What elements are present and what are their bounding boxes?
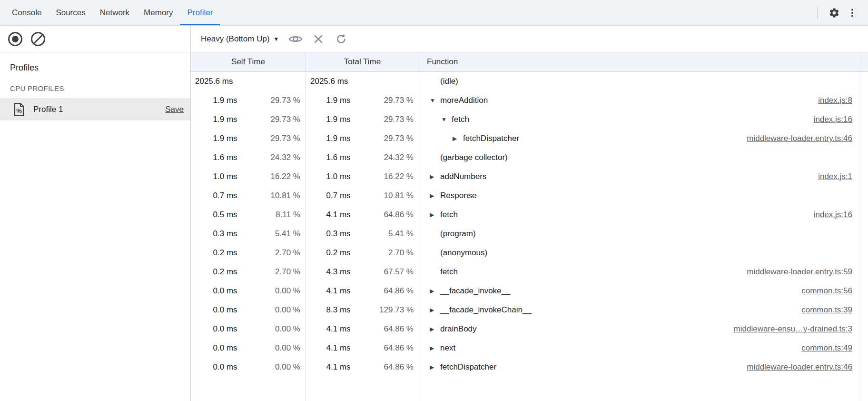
file-link[interactable]: index.js:8 (818, 96, 852, 105)
total-time-cell[interactable]: 2025.6 ms (306, 72, 419, 91)
function-cell[interactable]: (program) (419, 224, 860, 243)
view-mode-dropdown[interactable]: Heavy (Bottom Up) ▼ (198, 32, 282, 46)
total-time-cell[interactable]: 4.3 ms67.57 % (306, 262, 419, 281)
tab-profiler[interactable]: Profiler (180, 0, 220, 25)
scrollbar-gutter (860, 72, 868, 401)
total-time-cell[interactable]: 1.9 ms29.73 % (306, 110, 419, 129)
total-time-cell[interactable]: 4.1 ms64.86 % (306, 320, 419, 339)
time-ms-value: 1.6 ms (191, 153, 237, 162)
function-name: (program) (440, 229, 476, 239)
file-link[interactable]: middleware-loader.entry.ts:59 (747, 267, 852, 277)
total-time-cell[interactable]: 0.3 ms5.41 % (306, 224, 419, 243)
self-time-cell[interactable]: 1.6 ms24.32 % (191, 148, 306, 167)
column-header-total-time[interactable]: Total Time (306, 52, 419, 71)
total-time-cell[interactable]: 1.9 ms29.73 % (306, 129, 419, 148)
exclude-close-icon[interactable] (309, 30, 327, 48)
focus-eye-icon[interactable] (286, 30, 305, 48)
column-header-self-time[interactable]: Self Time (191, 52, 306, 71)
file-link[interactable]: middleware-loader.entry.ts:46 (747, 134, 852, 143)
self-time-cell[interactable]: 0.0 ms0.00 % (191, 301, 306, 320)
self-time-cell[interactable]: 0.7 ms10.81 % (191, 186, 306, 205)
total-time-cell[interactable]: 0.2 ms2.70 % (306, 243, 419, 262)
function-cell[interactable]: ▶fetchDispatchermiddleware-loader.entry.… (419, 358, 860, 377)
self-time-cell[interactable]: 2025.6 ms (191, 72, 306, 91)
file-link[interactable]: common.ts:39 (801, 305, 852, 315)
time-percent-value: 29.73 % (351, 134, 419, 143)
function-cell[interactable]: fetchmiddleware-loader.entry.ts:59 (419, 262, 860, 281)
total-time-cell[interactable]: 4.1 ms64.86 % (306, 339, 419, 358)
save-profile-link[interactable]: Save (165, 105, 184, 114)
function-cell[interactable]: (anonymous) (419, 243, 860, 262)
function-cell[interactable]: ▶__facade_invokeChain__common.ts:39 (419, 301, 860, 320)
function-cell[interactable]: ▶__facade_invoke__common.ts:56 (419, 281, 860, 301)
file-link[interactable]: common.ts:56 (801, 286, 852, 296)
devtools-tabbar: ConsoleSourcesNetworkMemoryProfiler (0, 0, 868, 26)
function-cell[interactable]: ▶fetchindex.js:16 (419, 205, 860, 224)
file-link[interactable]: index.js:1 (818, 172, 852, 181)
function-cell[interactable]: ▼moreAdditionindex.js:8 (419, 91, 860, 110)
tabbar-divider (817, 7, 818, 19)
tab-console[interactable]: Console (5, 0, 49, 25)
self-time-cell[interactable]: 0.0 ms0.00 % (191, 281, 306, 301)
total-time-cell[interactable]: 1.6 ms24.32 % (306, 148, 419, 167)
total-time-cell[interactable]: 0.7 ms10.81 % (306, 186, 419, 205)
expand-arrow-icon[interactable]: ▶ (430, 345, 440, 351)
self-time-cell[interactable]: 1.0 ms16.22 % (191, 167, 306, 186)
tab-network[interactable]: Network (93, 0, 137, 25)
file-link[interactable]: index.js:16 (814, 210, 852, 220)
self-time-column: 2025.6 ms1.9 ms29.73 %1.9 ms29.73 %1.9 m… (191, 72, 306, 401)
function-cell[interactable]: ▶addNumbersindex.js:1 (419, 167, 860, 186)
total-time-cell[interactable]: 1.9 ms29.73 % (306, 91, 419, 110)
total-time-cell[interactable]: 4.1 ms64.86 % (306, 358, 419, 377)
time-percent-value: 24.32 % (351, 153, 419, 162)
self-time-cell[interactable]: 1.9 ms29.73 % (191, 110, 306, 129)
expand-arrow-icon[interactable]: ▶ (430, 307, 440, 313)
self-time-cell[interactable]: 1.9 ms29.73 % (191, 129, 306, 148)
file-link[interactable]: middleware-loader.entry.ts:46 (747, 362, 852, 372)
column-header-function[interactable]: Function (419, 52, 860, 71)
clear-icon[interactable] (31, 32, 45, 46)
self-time-cell[interactable]: 0.3 ms5.41 % (191, 224, 306, 243)
function-cell[interactable]: ▼fetchindex.js:16 (419, 110, 860, 129)
function-cell[interactable]: (garbage collector) (419, 148, 860, 167)
total-time-cell[interactable]: 4.1 ms64.86 % (306, 205, 419, 224)
file-link[interactable]: common.ts:49 (801, 343, 852, 353)
self-time-cell[interactable]: 1.9 ms29.73 % (191, 91, 306, 110)
devtools-profiler-panel: ConsoleSourcesNetworkMemoryProfiler Heav… (0, 0, 868, 401)
tab-sources[interactable]: Sources (49, 0, 92, 25)
tab-memory[interactable]: Memory (137, 0, 180, 25)
self-time-cell[interactable]: 0.0 ms0.00 % (191, 358, 306, 377)
expand-arrow-icon[interactable]: ▶ (430, 192, 440, 199)
settings-gear-icon[interactable] (825, 4, 843, 22)
expand-arrow-icon[interactable]: ▶ (430, 211, 440, 218)
function-cell[interactable]: ▶drainBodymiddleware-ensu…y-drained.ts:3 (419, 320, 860, 339)
file-link[interactable]: middleware-ensu…y-drained.ts:3 (734, 324, 852, 334)
expand-arrow-icon[interactable]: ▶ (430, 364, 440, 371)
self-time-cell[interactable]: 0.0 ms0.00 % (191, 320, 306, 339)
collapse-arrow-icon[interactable]: ▼ (441, 116, 452, 123)
collapse-arrow-icon[interactable]: ▼ (430, 97, 440, 104)
expand-arrow-icon[interactable]: ▶ (453, 135, 463, 142)
time-percent-value: 0.00 % (237, 305, 306, 315)
file-link[interactable]: index.js:16 (814, 115, 852, 124)
record-icon[interactable] (8, 32, 22, 46)
self-time-cell[interactable]: 0.0 ms0.00 % (191, 339, 306, 358)
self-time-cell[interactable]: 0.5 ms8.11 % (191, 205, 306, 224)
self-time-cell[interactable]: 0.2 ms2.70 % (191, 243, 306, 262)
restore-refresh-icon[interactable] (332, 30, 350, 48)
function-cell[interactable]: ▶nextcommon.ts:49 (419, 339, 860, 358)
sidebar-item-profile-1[interactable]: % Profile 1 Save (0, 98, 190, 120)
expand-arrow-icon[interactable]: ▶ (430, 326, 440, 332)
more-menu-icon[interactable] (843, 4, 861, 22)
total-time-cell[interactable]: 1.0 ms16.22 % (306, 167, 419, 186)
self-time-cell[interactable]: 0.2 ms2.70 % (191, 262, 306, 281)
total-time-cell[interactable]: 8.3 ms129.73 % (306, 301, 419, 320)
function-cell[interactable]: (idle) (419, 72, 860, 91)
time-ms-value: 1.6 ms (306, 153, 351, 162)
total-time-cell[interactable]: 4.1 ms64.86 % (306, 281, 419, 301)
time-percent-value: 0.00 % (237, 286, 306, 296)
function-cell[interactable]: ▶Response (419, 186, 860, 205)
expand-arrow-icon[interactable]: ▶ (430, 173, 440, 180)
function-cell[interactable]: ▶fetchDispatchermiddleware-loader.entry.… (419, 129, 860, 148)
expand-arrow-icon[interactable]: ▶ (430, 288, 440, 294)
